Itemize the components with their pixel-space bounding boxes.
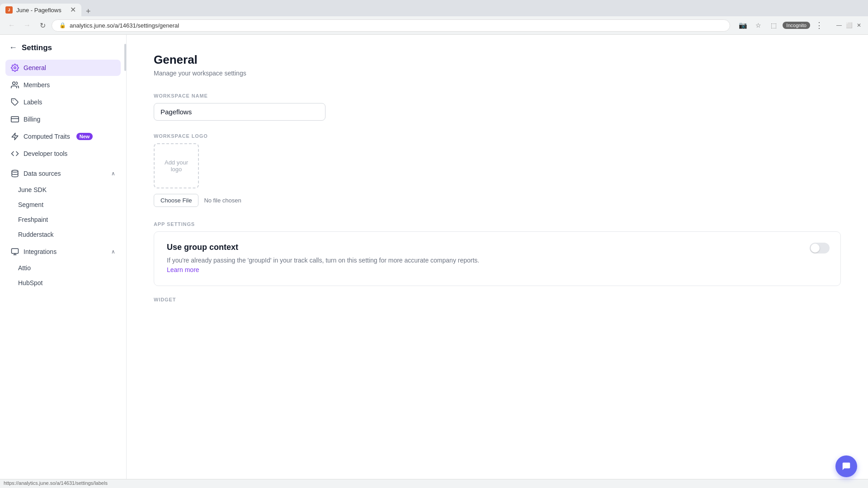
sidebar-labels-label: Labels	[24, 99, 42, 106]
sidebar-item-general[interactable]: General	[5, 60, 121, 76]
data-sources-subitems: June SDK Segment Freshpaint Rudderstack	[5, 183, 121, 242]
app-container: ← Settings General Member	[0, 35, 868, 479]
integrations-label: Integrations	[24, 248, 57, 255]
incognito-badge: Incognito	[783, 22, 810, 29]
data-sources-chevron: ∧	[111, 170, 115, 177]
app-settings-section: APP SETTINGS Use group context If you're…	[154, 221, 841, 286]
workspace-name-label: WORKSPACE NAME	[154, 93, 841, 99]
integrations-subitems: Attio HubSpot	[5, 261, 121, 290]
sidebar-scrollbar-thumb[interactable]	[124, 44, 126, 71]
sidebar: ← Settings General Member	[0, 35, 127, 479]
svg-point-0	[14, 67, 16, 69]
new-tab-button[interactable]: +	[81, 7, 95, 16]
sidebar-nav: General Members Labels	[0, 58, 126, 479]
chat-bubble-button[interactable]	[835, 455, 857, 477]
users-icon	[11, 81, 19, 89]
code-icon	[11, 150, 19, 158]
tab-favicon: J	[5, 6, 13, 14]
lock-icon: 🔒	[59, 22, 66, 28]
workspace-name-input[interactable]	[154, 103, 326, 121]
app-settings-label: APP SETTINGS	[154, 221, 841, 227]
use-group-context-title: Use group context	[167, 243, 828, 252]
integrations-icon	[11, 248, 19, 256]
sidebar-title: Settings	[22, 43, 52, 52]
june-sdk-label: June SDK	[18, 186, 47, 193]
learn-more-link[interactable]: Learn more	[167, 266, 199, 273]
workspace-name-section: WORKSPACE NAME	[154, 93, 841, 133]
no-file-text: No file chosen	[204, 197, 241, 204]
tab-title: June - Pageflows	[16, 7, 66, 14]
tag-icon	[11, 98, 19, 106]
choose-file-button[interactable]: Choose File	[154, 194, 198, 207]
hubspot-label: HubSpot	[18, 279, 42, 286]
status-bar: https://analytics.june.so/a/14631/settin…	[0, 479, 868, 488]
rudderstack-label: Rudderstack	[18, 231, 54, 238]
logo-upload-area[interactable]: Add your logo	[154, 143, 199, 188]
sidebar-item-labels[interactable]: Labels	[5, 94, 121, 110]
status-url: https://analytics.june.so/a/14631/settin…	[4, 480, 108, 486]
gear-icon	[11, 64, 19, 72]
reload-button[interactable]: ↻	[36, 19, 49, 32]
profile-switcher-icon[interactable]: ⬚	[767, 19, 780, 32]
sidebar-item-members[interactable]: Members	[5, 77, 121, 93]
widget-section: WIDGET	[154, 297, 841, 302]
svg-point-1	[13, 82, 15, 84]
forward-button[interactable]: →	[21, 19, 33, 32]
freshpaint-label: Freshpaint	[18, 216, 48, 223]
segment-label: Segment	[18, 201, 43, 208]
logo-placeholder-line1: Add your	[165, 159, 188, 166]
bookmark-icon[interactable]: ☆	[752, 19, 764, 32]
sidebar-sub-hubspot[interactable]: HubSpot	[13, 276, 121, 290]
sidebar-item-developer-tools[interactable]: Developer tools	[5, 145, 121, 162]
lightning-icon	[11, 132, 19, 141]
sidebar-sub-attio[interactable]: Attio	[13, 261, 121, 275]
sidebar-sub-freshpaint[interactable]: Freshpaint	[13, 212, 121, 227]
logo-placeholder-line2: logo	[171, 166, 182, 173]
sidebar-general-label: General	[24, 64, 46, 71]
widget-label: WIDGET	[154, 297, 841, 302]
sidebar-sub-rudderstack[interactable]: Rudderstack	[13, 227, 121, 242]
attio-label: Attio	[18, 264, 31, 272]
sidebar-sub-segment[interactable]: Segment	[13, 197, 121, 212]
workspace-logo-label: WORKSPACE LOGO	[154, 133, 841, 139]
page-title: General	[154, 53, 841, 67]
browser-extra-icons: 📷 ☆ ⬚ Incognito ⋮	[733, 19, 829, 32]
tab-bar: J June - Pageflows ✕ +	[0, 0, 868, 16]
use-group-context-desc: If you're already passing the 'groupId' …	[167, 256, 828, 275]
file-controls: Choose File No file chosen	[154, 194, 841, 207]
use-group-context-desc-text: If you're already passing the 'groupId' …	[167, 257, 479, 264]
sidebar-scrollbar	[124, 35, 126, 479]
chat-icon	[841, 461, 851, 471]
maximize-button[interactable]: ⬜	[845, 22, 853, 29]
data-sources-icon	[11, 169, 19, 178]
sidebar-header: ← Settings	[0, 35, 126, 58]
tab-close-button[interactable]: ✕	[70, 6, 76, 14]
integrations-chevron: ∧	[111, 249, 115, 255]
integrations-section[interactable]: Integrations ∧	[5, 244, 121, 260]
main-content: General Manage your workspace settings W…	[127, 35, 868, 479]
settings-dots-icon[interactable]: ⋮	[813, 19, 826, 32]
use-group-context-toggle[interactable]	[810, 243, 830, 253]
address-bar[interactable]: 🔒 analytics.june.so/a/14631/settings/gen…	[52, 19, 730, 32]
sidebar-billing-label: Billing	[24, 116, 40, 123]
browser-chrome: J June - Pageflows ✕ + ← → ↻ 🔒 analytics…	[0, 0, 868, 35]
sidebar-item-computed-traits[interactable]: Computed Traits New	[5, 128, 121, 145]
active-tab[interactable]: J June - Pageflows ✕	[0, 4, 81, 16]
sidebar-item-billing[interactable]: Billing	[5, 111, 121, 127]
close-window-button[interactable]: ✕	[855, 22, 863, 29]
sidebar-developer-tools-label: Developer tools	[24, 150, 67, 157]
computed-traits-badge: New	[76, 133, 93, 140]
browser-controls: ← → ↻ 🔒 analytics.june.so/a/14631/settin…	[0, 16, 868, 34]
address-text: analytics.june.so/a/14631/settings/gener…	[70, 22, 722, 29]
svg-point-5	[12, 170, 18, 173]
toggle-knob	[811, 244, 820, 253]
sidebar-sub-june-sdk[interactable]: June SDK	[13, 183, 121, 197]
camera-off-icon[interactable]: 📷	[736, 19, 749, 32]
data-sources-section[interactable]: Data sources ∧	[5, 165, 121, 182]
page-subtitle: Manage your workspace settings	[154, 70, 841, 77]
back-arrow-icon[interactable]: ←	[9, 43, 17, 52]
back-button[interactable]: ←	[5, 19, 18, 32]
minimize-button[interactable]: —	[835, 22, 843, 29]
credit-card-icon	[11, 115, 19, 123]
sidebar-members-label: Members	[24, 81, 50, 89]
